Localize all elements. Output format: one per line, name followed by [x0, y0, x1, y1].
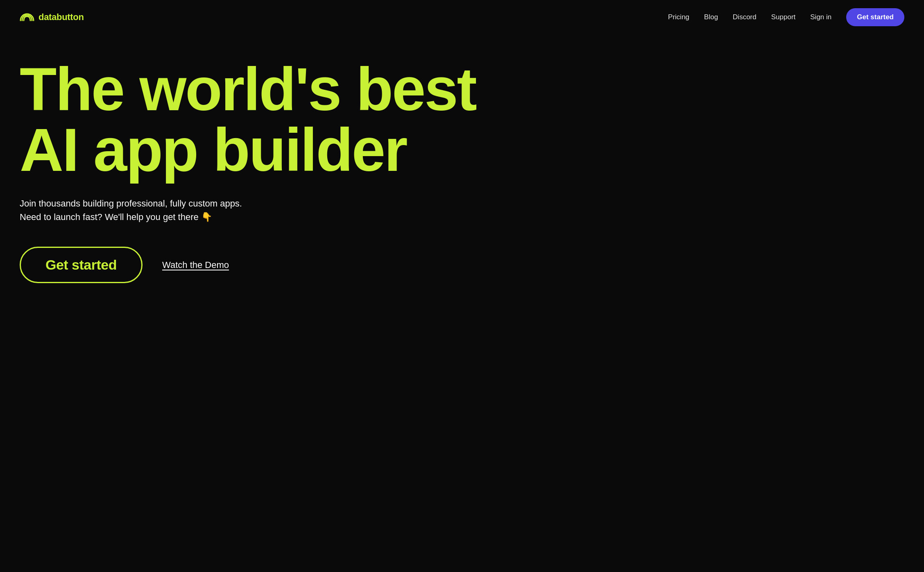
nav-blog[interactable]: Blog — [704, 13, 718, 21]
hero-subtext-line2: Need to launch fast? We'll help you get … — [20, 212, 212, 222]
nav-get-started-button[interactable]: Get started — [846, 8, 904, 26]
hero-watch-demo-button[interactable]: Watch the Demo — [162, 260, 229, 270]
nav-pricing[interactable]: Pricing — [668, 13, 689, 21]
hero-actions: Get started Watch the Demo — [20, 247, 513, 283]
navbar: databutton Pricing Blog Discord Support … — [0, 0, 924, 34]
hero-headline-line2: AI app builder — [20, 116, 407, 184]
nav-support[interactable]: Support — [771, 13, 796, 21]
logo[interactable]: databutton — [20, 12, 84, 23]
brand-name: databutton — [38, 12, 84, 23]
nav-links: Pricing Blog Discord Support Sign in Get… — [668, 8, 904, 26]
hero-get-started-button[interactable]: Get started — [20, 247, 143, 283]
hero-subtext-line1: Join thousands building professional, fu… — [20, 198, 242, 209]
logo-icon — [20, 13, 34, 21]
nav-signin[interactable]: Sign in — [810, 13, 831, 21]
hero-headline: The world's best AI app builder — [20, 59, 513, 180]
hero-subtext: Join thousands building professional, fu… — [20, 197, 265, 224]
hero-headline-line1: The world's best — [20, 55, 476, 123]
hero-section: The world's best AI app builder Join tho… — [0, 34, 532, 316]
nav-discord[interactable]: Discord — [733, 13, 756, 21]
pointing-down-emoji: 👇 — [201, 212, 212, 222]
